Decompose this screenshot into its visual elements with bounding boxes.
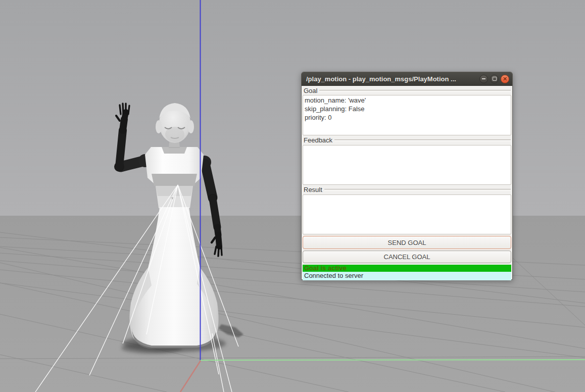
goal-line-1: motion_name: 'wave' <box>305 96 509 105</box>
goal-status-bar: Goal is active <box>303 265 511 272</box>
result-display[interactable] <box>303 194 511 234</box>
goal-header-rule <box>319 90 511 92</box>
maximize-icon <box>493 77 497 81</box>
result-header-rule <box>324 189 511 191</box>
goal-textarea[interactable]: motion_name: 'wave' skip_planning: False… <box>303 95 511 135</box>
feedback-display[interactable] <box>303 145 511 185</box>
goal-section-header: Goal <box>303 87 511 95</box>
window-title: /play_motion - play_motion_msgs/PlayMoti… <box>302 75 479 83</box>
dialog-body: Goal motion_name: 'wave' skip_planning: … <box>302 86 512 280</box>
goal-line-2: skip_planning: False <box>305 105 509 113</box>
minimize-icon <box>482 78 485 79</box>
send-goal-button[interactable]: SEND GOAL <box>303 236 511 249</box>
close-button[interactable]: ✕ <box>501 75 509 83</box>
cancel-goal-button[interactable]: CANCEL GOAL <box>303 251 511 263</box>
axis-y-green <box>201 360 585 360</box>
goal-label: Goal <box>303 87 317 95</box>
feedback-header-rule <box>334 139 511 141</box>
feedback-label: Feedback <box>303 136 332 144</box>
result-section-header: Result <box>303 186 511 194</box>
screenshot-root: /play_motion - play_motion_msgs/PlayMoti… <box>0 0 585 392</box>
play-motion-dialog: /play_motion - play_motion_msgs/PlayMoti… <box>301 72 513 280</box>
feedback-section-header: Feedback <box>303 136 511 144</box>
goal-line-3: priority: 0 <box>305 113 509 122</box>
minimize-button[interactable] <box>479 75 488 83</box>
result-label: Result <box>303 186 322 194</box>
close-icon: ✕ <box>503 76 507 82</box>
maximize-button[interactable] <box>490 75 499 83</box>
connection-status-bar: Connected to server <box>303 272 511 280</box>
dialog-titlebar[interactable]: /play_motion - play_motion_msgs/PlayMoti… <box>302 72 512 86</box>
